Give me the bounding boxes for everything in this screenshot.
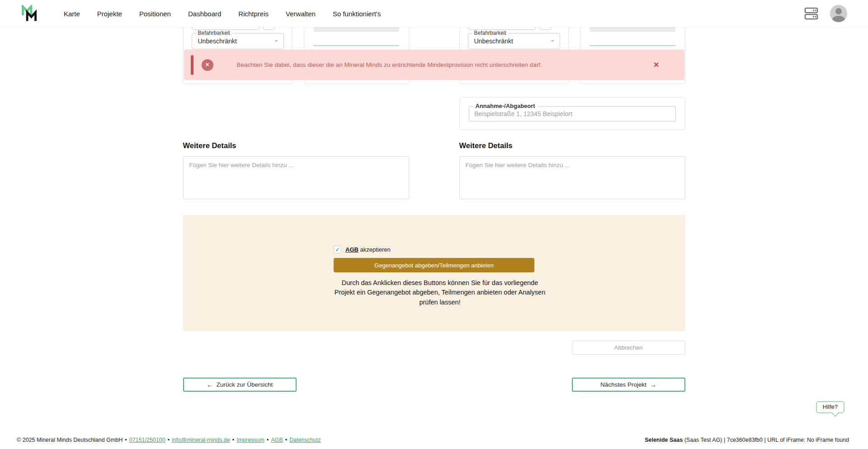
counter-offer-section: ✓ AGB akzeptieren Gegenangebot abgeben/T… <box>183 215 685 331</box>
truncated-filled-input[interactable] <box>590 27 675 32</box>
mineral-minds-logo[interactable] <box>22 5 37 22</box>
truncated-filled-input[interactable] <box>313 27 399 32</box>
pickup-field-outline: Annahme-/Abgabeort <box>469 106 676 122</box>
arrow-left-icon: ← <box>207 381 213 388</box>
help-bubble[interactable]: Hilfe? <box>816 401 844 413</box>
footer-phone-link[interactable]: 07151/250100 <box>129 437 165 443</box>
footer-app-name: Selenide Saas <box>645 437 683 443</box>
chevron-down-icon: ⌄ <box>550 35 556 43</box>
pickup-card: Annahme-/Abgabeort <box>459 97 685 130</box>
befahrbarkeit-value: Unbeschränkt <box>474 37 513 45</box>
nav-item-dashboard[interactable]: Dashboard <box>188 10 221 18</box>
footer-app-info: Selenide Saas (Saas Test AG) | 7ce360e83… <box>645 437 849 443</box>
input-underline <box>590 45 675 46</box>
befahrbarkeit-label: Befahrbarkeit <box>472 30 508 36</box>
agb-label: AGB akzeptieren <box>345 246 391 253</box>
agb-link[interactable]: AGB <box>345 246 359 253</box>
footer-datenschutz-link[interactable]: Datenschutz <box>289 437 321 443</box>
nav-item-positionen[interactable]: Positionen <box>139 10 171 18</box>
error-alert: ✕ Beachten Sie dabei, dass dieser die an… <box>184 50 684 80</box>
counter-offer-inner: ✓ AGB akzeptieren Gegenangebot abgeben/T… <box>334 246 534 307</box>
footer-email-link[interactable]: info@mineral-minds.de <box>172 437 230 443</box>
cancel-row: Abbrechen <box>183 341 685 355</box>
pickup-field-label: Annahme-/Abgabeort <box>473 103 538 109</box>
help-label: Hilfe? <box>823 403 838 410</box>
main-nav: Karte Projekte Positionen Dashboard Rich… <box>64 10 381 18</box>
close-icon[interactable]: ✕ <box>653 61 659 69</box>
footer-separator: • <box>125 437 127 443</box>
details-textarea-right[interactable] <box>459 156 685 199</box>
pickup-row: Annahme-/Abgabeort <box>183 97 685 130</box>
details-heading: Weitere Details <box>183 141 409 150</box>
details-heading: Weitere Details <box>459 141 685 150</box>
check-icon: ✓ <box>335 247 340 253</box>
truncated-stepper-button[interactable] <box>539 27 551 30</box>
navbar-right <box>804 5 847 22</box>
footer-separator: • <box>285 437 287 443</box>
pickup-input[interactable] <box>475 110 670 117</box>
counter-offer-description: Durch das Anklicken dieses Buttons könne… <box>334 278 546 307</box>
footer-separator: • <box>267 437 269 443</box>
footer-copyright: © 2025 Mineral Minds Deutschland GmbH <box>17 437 123 443</box>
footer: © 2025 Mineral Minds Deutschland GmbH • … <box>0 431 868 449</box>
back-button-label: Zurück zur Übersicht <box>217 381 273 388</box>
next-button-label: Nächstes Projekt <box>600 381 646 388</box>
footer-agb-link[interactable]: AGB <box>271 437 283 443</box>
nav-item-richtpreis[interactable]: Richtpreis <box>238 10 269 18</box>
nav-item-verwalten[interactable]: Verwalten <box>286 10 316 18</box>
befahrbarkeit-value: Unbeschränkt <box>198 37 237 45</box>
agb-suffix: akzeptieren <box>360 246 391 253</box>
server-stack-icon[interactable] <box>804 7 818 20</box>
details-row: Weitere Details Weitere Details <box>183 141 685 201</box>
footer-left: © 2025 Mineral Minds Deutschland GmbH • … <box>17 437 321 443</box>
details-textarea-left[interactable] <box>183 156 409 199</box>
nav-item-karte[interactable]: Karte <box>64 10 80 18</box>
cancel-button[interactable]: Abbrechen <box>572 341 685 355</box>
user-avatar-icon[interactable] <box>830 5 847 22</box>
footer-impressum-link[interactable]: Impressum <box>236 437 264 443</box>
befahrbarkeit-select-left[interactable]: Befahrbarkeit Unbeschränkt ⌄ <box>192 33 284 49</box>
befahrbarkeit-label: Befahrbarkeit <box>196 30 232 36</box>
alert-accent-bar <box>191 55 193 75</box>
details-left: Weitere Details <box>183 141 409 201</box>
arrow-right-icon: → <box>650 381 656 388</box>
navbar: Karte Projekte Positionen Dashboard Rich… <box>0 0 868 27</box>
chevron-down-icon: ⌄ <box>274 35 279 43</box>
counter-offer-button[interactable]: Gegenangebot abgeben/Teilmengen anbieten <box>334 258 534 272</box>
footer-separator: • <box>232 437 234 443</box>
nav-item-projekte[interactable]: Projekte <box>97 10 122 18</box>
back-to-overview-button[interactable]: ← Zurück zur Übersicht <box>183 378 297 392</box>
details-right: Weitere Details <box>459 141 685 201</box>
input-underline <box>313 45 399 46</box>
footer-separator: • <box>168 437 170 443</box>
error-icon: ✕ <box>202 59 213 71</box>
next-project-button[interactable]: Nächstes Projekt → <box>572 378 685 392</box>
bottom-nav-row: ← Zurück zur Übersicht Nächstes Projekt … <box>183 378 685 392</box>
alert-message: Beachten Sie dabei, dass dieser die an M… <box>237 61 542 68</box>
nav-item-so-funktionierts[interactable]: So funktioniert's <box>333 10 381 18</box>
logo-icon <box>22 5 37 22</box>
agb-row: ✓ AGB akzeptieren <box>334 246 534 253</box>
main-content: Befahrbarkeit Unbeschränkt ⌄ Befahrbarke… <box>183 27 685 392</box>
agb-checkbox[interactable]: ✓ <box>334 246 341 253</box>
footer-app-details: (Saas Test AG) | 7ce360e83fb0 | URL of i… <box>684 437 849 443</box>
top-form-row: Befahrbarkeit Unbeschränkt ⌄ Befahrbarke… <box>183 27 685 84</box>
befahrbarkeit-select-right[interactable]: Befahrbarkeit Unbeschränkt ⌄ <box>468 33 560 49</box>
truncated-stepper-button[interactable] <box>263 27 275 30</box>
